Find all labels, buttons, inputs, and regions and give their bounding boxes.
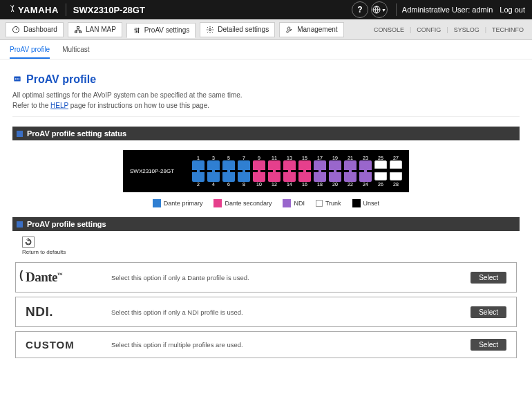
tab-detailed-settings[interactable]: Detailed settings (200, 22, 275, 37)
blue-square-icon (17, 131, 23, 137)
svg-point-8 (134, 28, 135, 30)
profile-desc: Select this option if only a NDI profile… (111, 308, 461, 316)
brand-logo: YAMAHA (7, 5, 59, 15)
port-dante-primary (207, 172, 220, 182)
profile-row-custom: CUSTOMSelect this option if multiple pro… (15, 331, 517, 358)
port-number: 12 (268, 182, 281, 187)
svg-point-9 (136, 30, 137, 32)
port-trunk (374, 160, 387, 169)
port-number: 24 (359, 182, 372, 187)
port-dante-secondary (268, 160, 281, 170)
logout-link[interactable]: Log out (500, 6, 525, 14)
select-button[interactable]: Select (471, 339, 506, 351)
port-number: 6 (222, 182, 235, 187)
port-dante-secondary (253, 160, 265, 170)
svg-rect-5 (135, 28, 135, 33)
port-number: 22 (344, 182, 357, 187)
port-number: 9 (253, 156, 265, 160)
ribbon: DashboardLAN MAPProAV settingsDetailed s… (0, 19, 532, 40)
port-number: 2 (192, 182, 205, 187)
subtab-multicast[interactable]: Multicast (62, 46, 89, 59)
port-ndi (344, 160, 357, 170)
ndi-logo: NDI (26, 304, 53, 319)
port-number: 5 (222, 156, 235, 160)
port-diagram: SWX2310P-28GT 13579111315171921232527 24… (123, 150, 409, 192)
port-number: 15 (298, 156, 311, 160)
subtab-proav-profile[interactable]: ProAV profile (10, 46, 50, 59)
svg-rect-6 (136, 28, 137, 33)
legend-label: Trunk (325, 200, 341, 207)
port-device-label: SWX2310P-28GT (130, 168, 185, 174)
subtabs: ProAV profileMulticast (0, 40, 532, 59)
help-link[interactable]: HELP (50, 102, 68, 109)
svg-point-15 (18, 78, 19, 80)
model-text: SWX2310P-28GT (73, 5, 145, 15)
status-config[interactable]: CONFIG (414, 25, 444, 35)
port-dante-primary (238, 172, 250, 182)
custom-logo: CUSTOM (26, 339, 75, 351)
gear-icon (206, 26, 214, 34)
legend-swatch (316, 200, 323, 207)
legend-swatch (213, 199, 222, 207)
svg-rect-3 (75, 31, 77, 33)
svg-point-13 (15, 78, 17, 80)
tab-proav-settings[interactable]: ProAV settings (126, 23, 196, 38)
port-ndi (329, 160, 341, 170)
legend-item: Dante primary (153, 199, 203, 207)
wrench-icon (285, 26, 294, 34)
port-number: 21 (344, 156, 357, 160)
port-ndi (314, 160, 326, 170)
legend-swatch (153, 199, 161, 207)
port-trunk (390, 160, 402, 169)
port-dante-secondary (253, 172, 265, 182)
tab-label: LAN MAP (86, 26, 116, 33)
reset-label: Return to defaults (22, 249, 66, 255)
tab-label: ProAV settings (144, 26, 189, 34)
port-dante-secondary (298, 172, 311, 182)
port-number: 11 (268, 156, 281, 160)
port-ndi (359, 160, 372, 170)
reset-button[interactable] (22, 237, 35, 248)
panel-status-header: ProAV profile setting status (12, 127, 520, 140)
port-dante-primary (192, 172, 205, 182)
proav-icon (12, 74, 22, 86)
svg-point-14 (17, 78, 18, 80)
port-number: 3 (207, 156, 220, 160)
help-icon[interactable]: ? (352, 1, 368, 18)
port-number: 16 (298, 182, 311, 187)
port-ndi (314, 172, 326, 182)
dashboard-icon (12, 26, 20, 34)
globe-icon[interactable]: ▼ (371, 1, 388, 18)
panel-status-title: ProAV profile setting status (27, 129, 126, 138)
lanmap-icon (74, 26, 82, 34)
port-number: 8 (238, 182, 250, 187)
legend-label: Dante secondary (225, 200, 272, 207)
svg-point-11 (209, 28, 211, 30)
legend-item: NDI (283, 199, 305, 207)
tab-lan-map[interactable]: LAN MAP (68, 22, 122, 37)
legend-label: NDI (294, 200, 305, 207)
port-dante-primary (238, 160, 250, 170)
svg-point-10 (137, 28, 139, 29)
desc-line2b: page for instructions on how to use this… (68, 102, 209, 109)
status-syslog[interactable]: SYSLOG (451, 25, 482, 35)
port-number: 7 (238, 156, 250, 160)
port-number: 10 (253, 182, 265, 187)
port-dante-secondary (283, 172, 296, 182)
tab-dashboard[interactable]: Dashboard (6, 22, 64, 37)
port-dante-primary (222, 160, 235, 170)
status-console[interactable]: CONSOLE (371, 25, 407, 35)
select-button[interactable]: Select (471, 306, 506, 318)
profile-desc: Select this option if multiple profiles … (111, 341, 461, 349)
tab-management[interactable]: Management (279, 22, 343, 37)
port-number: 19 (329, 156, 341, 160)
port-dante-secondary (283, 160, 296, 170)
port-trunk (390, 172, 402, 180)
separator (66, 3, 66, 16)
tab-label: Management (297, 26, 337, 33)
port-dante-primary (207, 160, 220, 170)
status-techinfo[interactable]: TECHINFO (489, 25, 526, 35)
select-button[interactable]: Select (471, 272, 506, 284)
port-number: 17 (314, 156, 326, 160)
panel-status: ProAV profile setting status SWX2310P-28… (12, 127, 520, 207)
